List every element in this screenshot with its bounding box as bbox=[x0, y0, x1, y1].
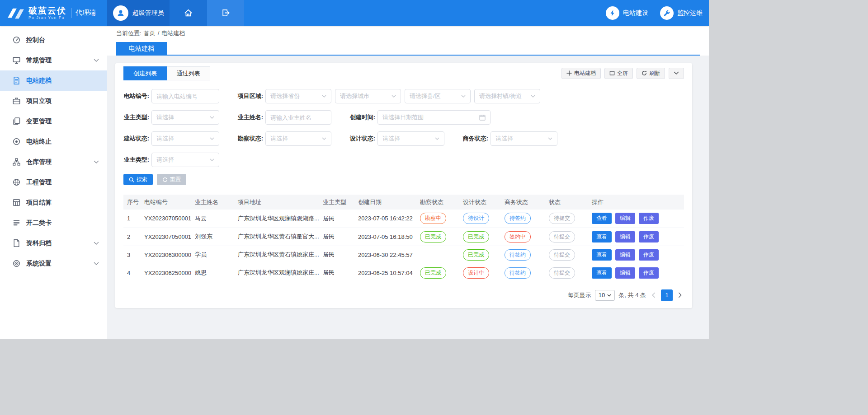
header-spacer bbox=[244, 0, 594, 26]
breadcrumb-home[interactable]: 首页 bbox=[144, 29, 156, 37]
project-region-2-select[interactable]: 请选择县/区 bbox=[405, 89, 471, 103]
sidebar-item-label: 工程管理 bbox=[26, 178, 99, 187]
created-date-cell: 2023-07-05 16:42:22 bbox=[354, 210, 416, 228]
view-button[interactable]: 查看 bbox=[592, 267, 612, 279]
sidebar-item-general-management[interactable]: 常规管理 bbox=[0, 50, 107, 70]
header-station-construction-button[interactable]: 电站建设 bbox=[606, 6, 648, 20]
sidebar-item-change-management[interactable]: 变更管理 bbox=[0, 111, 107, 131]
logout-button[interactable] bbox=[207, 0, 244, 26]
reset-icon bbox=[162, 177, 168, 182]
caret-down-icon bbox=[531, 95, 535, 98]
prev-page-button[interactable] bbox=[651, 292, 656, 298]
filter-field-owner-type-2: 业主类型:请选择 bbox=[123, 153, 219, 167]
owner-type-2-select[interactable]: 请选择 bbox=[151, 153, 219, 167]
sidebar-item-project-initiation[interactable]: 项目立项 bbox=[0, 91, 107, 111]
void-button[interactable]: 作废 bbox=[639, 267, 659, 279]
create-station-button[interactable]: 电站建档 bbox=[561, 68, 601, 79]
sidebar-item-system-settings[interactable]: 系统设置 bbox=[0, 253, 107, 274]
owner-type-select[interactable]: 请选择 bbox=[151, 110, 219, 125]
reset-button[interactable]: 重置 bbox=[157, 174, 186, 185]
caret-down-icon bbox=[392, 95, 396, 98]
business-status-cell: 待签约 bbox=[501, 264, 545, 282]
per-page-select[interactable]: 10 bbox=[595, 290, 615, 301]
void-button[interactable]: 作废 bbox=[639, 249, 659, 261]
void-button[interactable]: 作废 bbox=[639, 231, 659, 242]
filter-actions: 搜索 重置 bbox=[123, 174, 684, 185]
sidebar-item-label: 常规管理 bbox=[26, 56, 94, 65]
col-header-design: 设计状态 bbox=[459, 195, 501, 210]
placeholder-text: 请选择城市 bbox=[340, 92, 389, 100]
person-icon bbox=[116, 9, 125, 18]
per-page-value: 10 bbox=[599, 292, 605, 298]
build-status-select[interactable]: 请选择 bbox=[151, 131, 219, 146]
filter-row: 业主类型:请选择 bbox=[123, 153, 684, 167]
home-button[interactable] bbox=[170, 0, 207, 26]
edit-button[interactable]: 编辑 bbox=[615, 267, 635, 279]
view-button[interactable]: 查看 bbox=[592, 213, 612, 224]
edit-button[interactable]: 编辑 bbox=[615, 213, 635, 224]
dashboard-icon bbox=[13, 36, 20, 44]
sidebar-item-type2-card-opening[interactable]: 开二类卡 bbox=[0, 213, 107, 233]
next-page-button[interactable] bbox=[678, 292, 682, 298]
sidebar-item-station-archive[interactable]: 电站建档 bbox=[0, 70, 107, 91]
station-no-cell: YX2023063000009 bbox=[141, 246, 191, 264]
user-menu[interactable]: 超级管理员 bbox=[107, 0, 170, 26]
monitor-icon bbox=[13, 56, 20, 64]
sidebar-item-console[interactable]: 控制台 bbox=[0, 30, 107, 50]
project-region-1-select[interactable]: 请选择城市 bbox=[335, 89, 401, 103]
owner-type-cell: 居民 bbox=[319, 264, 354, 282]
sidebar-item-engineering-management[interactable]: 工程管理 bbox=[0, 172, 107, 192]
view-button[interactable]: 查看 bbox=[592, 249, 612, 261]
void-button[interactable]: 作废 bbox=[639, 213, 659, 224]
portal-label: 代理端 bbox=[75, 9, 96, 17]
header-monitoring-ops-button[interactable]: 监控运维 bbox=[660, 6, 703, 20]
create-time-date-picker[interactable]: 请选择日期范围 bbox=[377, 110, 491, 125]
sidebar-item-data-archiving[interactable]: 资料归档 bbox=[0, 233, 107, 253]
search-button-label: 搜索 bbox=[137, 176, 147, 183]
filter-field-owner-name: 业主姓名: bbox=[237, 110, 331, 125]
owner-name-input[interactable] bbox=[270, 114, 326, 121]
row-index-cell: 1 bbox=[123, 210, 141, 228]
tab-create-list[interactable]: 创建列表 bbox=[123, 66, 167, 80]
project-region-0-select[interactable]: 请选择省份 bbox=[265, 89, 331, 103]
filter-row: 电站编号:项目区域:请选择省份请选择城市请选择县/区请选择村镇/街道 bbox=[123, 89, 684, 103]
caret-down-icon bbox=[322, 137, 326, 140]
design-status-select[interactable]: 请选择 bbox=[377, 131, 444, 146]
col-header-survey: 勘察状态 bbox=[416, 195, 459, 210]
owner-type-cell: 居民 bbox=[319, 246, 354, 264]
header-item-label: 监控运维 bbox=[677, 9, 703, 17]
station-no-cell: YX2023070500011 bbox=[141, 210, 191, 228]
col-header-status: 状态 bbox=[545, 195, 588, 210]
project-address-cell: 广东深圳龙华区观澜镇姚家庄... bbox=[234, 264, 319, 282]
refresh-button[interactable]: 刷新 bbox=[637, 68, 665, 79]
fullscreen-button[interactable]: 全屏 bbox=[604, 68, 633, 79]
owner-type-cell: 居民 bbox=[319, 228, 354, 246]
search-button[interactable]: 搜索 bbox=[123, 174, 153, 185]
view-button[interactable]: 查看 bbox=[592, 231, 612, 242]
filter-field-design-status: 设计状态:请选择 bbox=[349, 131, 444, 146]
wrench-icon bbox=[663, 9, 670, 17]
record-icon bbox=[13, 138, 20, 145]
per-page-label: 每页显示 bbox=[568, 291, 591, 299]
edit-button[interactable]: 编辑 bbox=[615, 249, 635, 261]
toolbar-button-label: 电站建档 bbox=[574, 70, 596, 77]
filter-field-create-time: 创建时间:请选择日期范围 bbox=[349, 110, 491, 125]
station-no-input[interactable] bbox=[156, 93, 214, 100]
row-index-cell: 2 bbox=[123, 228, 141, 246]
filter-label: 勘察状态: bbox=[237, 135, 263, 143]
tab-passed-list[interactable]: 通过列表 bbox=[167, 66, 210, 80]
edit-button[interactable]: 编辑 bbox=[615, 231, 635, 242]
page-button-1[interactable]: 1 bbox=[661, 289, 673, 301]
reset-button-label: 重置 bbox=[170, 176, 181, 183]
breadcrumb-current: 电站建档 bbox=[161, 29, 185, 37]
collapse-button[interactable] bbox=[669, 68, 684, 79]
survey-status-select[interactable]: 请选择 bbox=[265, 131, 331, 146]
project-region-3-select[interactable]: 请选择村镇/街道 bbox=[474, 89, 540, 103]
sidebar-item-label: 控制台 bbox=[26, 36, 99, 44]
sidebar-item-station-termination[interactable]: 电站终止 bbox=[0, 131, 107, 152]
page-tab-station-archive[interactable]: 电站建档 bbox=[116, 42, 167, 55]
business-status-select[interactable]: 请选择 bbox=[491, 131, 557, 146]
sidebar-item-project-settlement[interactable]: 项目结算 bbox=[0, 192, 107, 213]
content-card: 创建列表通过列表 电站建档全屏刷新 电站编号:项目区域:请选择省份请选择城市请选… bbox=[115, 63, 692, 308]
sidebar-item-warehouse-management[interactable]: 仓库管理 bbox=[0, 152, 107, 172]
